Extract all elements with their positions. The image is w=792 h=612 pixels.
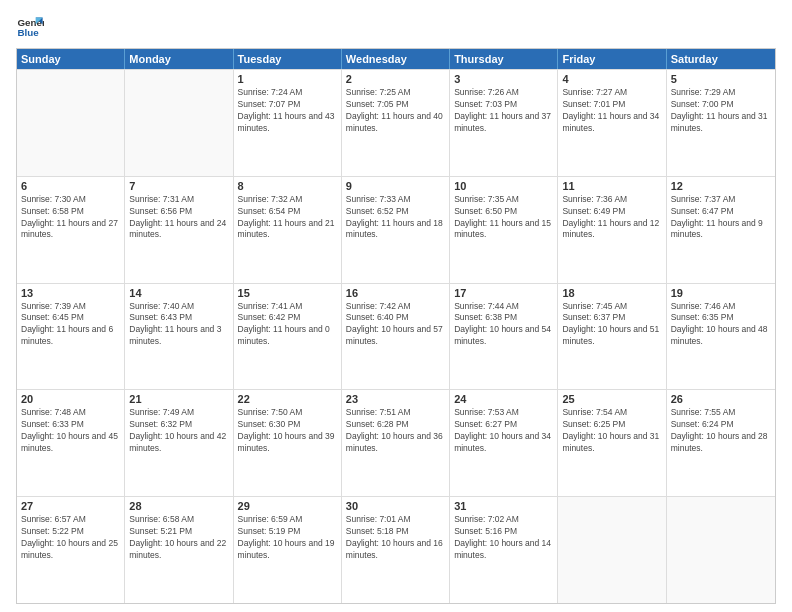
- day-info: Sunrise: 7:01 AM Sunset: 5:18 PM Dayligh…: [346, 514, 445, 562]
- day-info: Sunrise: 7:25 AM Sunset: 7:05 PM Dayligh…: [346, 87, 445, 135]
- day-number: 28: [129, 500, 228, 512]
- svg-text:Blue: Blue: [17, 27, 39, 38]
- day-info: Sunrise: 7:46 AM Sunset: 6:35 PM Dayligh…: [671, 301, 771, 349]
- calendar-cell: 22Sunrise: 7:50 AM Sunset: 6:30 PM Dayli…: [234, 390, 342, 496]
- header-cell-saturday: Saturday: [667, 49, 775, 69]
- calendar-cell: 29Sunrise: 6:59 AM Sunset: 5:19 PM Dayli…: [234, 497, 342, 603]
- calendar-cell: 9Sunrise: 7:33 AM Sunset: 6:52 PM Daylig…: [342, 177, 450, 283]
- day-info: Sunrise: 7:35 AM Sunset: 6:50 PM Dayligh…: [454, 194, 553, 242]
- calendar-row-1: 1Sunrise: 7:24 AM Sunset: 7:07 PM Daylig…: [17, 69, 775, 176]
- day-info: Sunrise: 7:02 AM Sunset: 5:16 PM Dayligh…: [454, 514, 553, 562]
- calendar-row-4: 20Sunrise: 7:48 AM Sunset: 6:33 PM Dayli…: [17, 389, 775, 496]
- day-number: 21: [129, 393, 228, 405]
- day-info: Sunrise: 7:29 AM Sunset: 7:00 PM Dayligh…: [671, 87, 771, 135]
- calendar-cell: [17, 70, 125, 176]
- day-info: Sunrise: 6:58 AM Sunset: 5:21 PM Dayligh…: [129, 514, 228, 562]
- day-info: Sunrise: 7:24 AM Sunset: 7:07 PM Dayligh…: [238, 87, 337, 135]
- day-info: Sunrise: 7:53 AM Sunset: 6:27 PM Dayligh…: [454, 407, 553, 455]
- calendar-row-3: 13Sunrise: 7:39 AM Sunset: 6:45 PM Dayli…: [17, 283, 775, 390]
- day-number: 20: [21, 393, 120, 405]
- day-info: Sunrise: 7:44 AM Sunset: 6:38 PM Dayligh…: [454, 301, 553, 349]
- calendar-cell: 2Sunrise: 7:25 AM Sunset: 7:05 PM Daylig…: [342, 70, 450, 176]
- calendar-cell: 5Sunrise: 7:29 AM Sunset: 7:00 PM Daylig…: [667, 70, 775, 176]
- calendar-cell: [558, 497, 666, 603]
- calendar-cell: 11Sunrise: 7:36 AM Sunset: 6:49 PM Dayli…: [558, 177, 666, 283]
- day-info: Sunrise: 7:40 AM Sunset: 6:43 PM Dayligh…: [129, 301, 228, 349]
- day-number: 23: [346, 393, 445, 405]
- calendar-cell: 26Sunrise: 7:55 AM Sunset: 6:24 PM Dayli…: [667, 390, 775, 496]
- calendar-cell: 14Sunrise: 7:40 AM Sunset: 6:43 PM Dayli…: [125, 284, 233, 390]
- day-info: Sunrise: 7:33 AM Sunset: 6:52 PM Dayligh…: [346, 194, 445, 242]
- calendar-cell: 10Sunrise: 7:35 AM Sunset: 6:50 PM Dayli…: [450, 177, 558, 283]
- day-info: Sunrise: 7:26 AM Sunset: 7:03 PM Dayligh…: [454, 87, 553, 135]
- day-number: 2: [346, 73, 445, 85]
- day-number: 14: [129, 287, 228, 299]
- day-number: 12: [671, 180, 771, 192]
- calendar-cell: 20Sunrise: 7:48 AM Sunset: 6:33 PM Dayli…: [17, 390, 125, 496]
- day-info: Sunrise: 7:31 AM Sunset: 6:56 PM Dayligh…: [129, 194, 228, 242]
- calendar-cell: 25Sunrise: 7:54 AM Sunset: 6:25 PM Dayli…: [558, 390, 666, 496]
- day-number: 3: [454, 73, 553, 85]
- calendar-cell: 21Sunrise: 7:49 AM Sunset: 6:32 PM Dayli…: [125, 390, 233, 496]
- calendar-cell: 3Sunrise: 7:26 AM Sunset: 7:03 PM Daylig…: [450, 70, 558, 176]
- day-number: 25: [562, 393, 661, 405]
- calendar-cell: 23Sunrise: 7:51 AM Sunset: 6:28 PM Dayli…: [342, 390, 450, 496]
- day-number: 6: [21, 180, 120, 192]
- calendar-cell: 16Sunrise: 7:42 AM Sunset: 6:40 PM Dayli…: [342, 284, 450, 390]
- calendar-header: SundayMondayTuesdayWednesdayThursdayFrid…: [17, 49, 775, 69]
- calendar-cell: 31Sunrise: 7:02 AM Sunset: 5:16 PM Dayli…: [450, 497, 558, 603]
- calendar-cell: 19Sunrise: 7:46 AM Sunset: 6:35 PM Dayli…: [667, 284, 775, 390]
- header-cell-sunday: Sunday: [17, 49, 125, 69]
- calendar-cell: 15Sunrise: 7:41 AM Sunset: 6:42 PM Dayli…: [234, 284, 342, 390]
- day-info: Sunrise: 7:48 AM Sunset: 6:33 PM Dayligh…: [21, 407, 120, 455]
- day-info: Sunrise: 7:39 AM Sunset: 6:45 PM Dayligh…: [21, 301, 120, 349]
- day-info: Sunrise: 7:49 AM Sunset: 6:32 PM Dayligh…: [129, 407, 228, 455]
- day-info: Sunrise: 7:55 AM Sunset: 6:24 PM Dayligh…: [671, 407, 771, 455]
- calendar-cell: 6Sunrise: 7:30 AM Sunset: 6:58 PM Daylig…: [17, 177, 125, 283]
- day-number: 11: [562, 180, 661, 192]
- header-cell-wednesday: Wednesday: [342, 49, 450, 69]
- day-number: 19: [671, 287, 771, 299]
- calendar-cell: 27Sunrise: 6:57 AM Sunset: 5:22 PM Dayli…: [17, 497, 125, 603]
- day-info: Sunrise: 7:54 AM Sunset: 6:25 PM Dayligh…: [562, 407, 661, 455]
- day-number: 10: [454, 180, 553, 192]
- day-info: Sunrise: 7:42 AM Sunset: 6:40 PM Dayligh…: [346, 301, 445, 349]
- day-info: Sunrise: 6:57 AM Sunset: 5:22 PM Dayligh…: [21, 514, 120, 562]
- day-number: 13: [21, 287, 120, 299]
- day-info: Sunrise: 7:51 AM Sunset: 6:28 PM Dayligh…: [346, 407, 445, 455]
- day-number: 30: [346, 500, 445, 512]
- day-number: 16: [346, 287, 445, 299]
- calendar-row-2: 6Sunrise: 7:30 AM Sunset: 6:58 PM Daylig…: [17, 176, 775, 283]
- day-number: 7: [129, 180, 228, 192]
- day-info: Sunrise: 7:32 AM Sunset: 6:54 PM Dayligh…: [238, 194, 337, 242]
- day-info: Sunrise: 6:59 AM Sunset: 5:19 PM Dayligh…: [238, 514, 337, 562]
- day-number: 15: [238, 287, 337, 299]
- day-number: 4: [562, 73, 661, 85]
- day-number: 5: [671, 73, 771, 85]
- calendar-cell: 8Sunrise: 7:32 AM Sunset: 6:54 PM Daylig…: [234, 177, 342, 283]
- day-info: Sunrise: 7:45 AM Sunset: 6:37 PM Dayligh…: [562, 301, 661, 349]
- day-number: 1: [238, 73, 337, 85]
- calendar-body: 1Sunrise: 7:24 AM Sunset: 7:07 PM Daylig…: [17, 69, 775, 603]
- day-number: 31: [454, 500, 553, 512]
- day-info: Sunrise: 7:37 AM Sunset: 6:47 PM Dayligh…: [671, 194, 771, 242]
- day-number: 9: [346, 180, 445, 192]
- header-cell-thursday: Thursday: [450, 49, 558, 69]
- calendar-cell: [667, 497, 775, 603]
- day-number: 8: [238, 180, 337, 192]
- calendar-cell: [125, 70, 233, 176]
- general-blue-logo: General Blue: [16, 12, 44, 40]
- calendar-row-5: 27Sunrise: 6:57 AM Sunset: 5:22 PM Dayli…: [17, 496, 775, 603]
- day-number: 17: [454, 287, 553, 299]
- day-number: 24: [454, 393, 553, 405]
- day-number: 27: [21, 500, 120, 512]
- calendar-cell: 28Sunrise: 6:58 AM Sunset: 5:21 PM Dayli…: [125, 497, 233, 603]
- day-number: 26: [671, 393, 771, 405]
- day-info: Sunrise: 7:41 AM Sunset: 6:42 PM Dayligh…: [238, 301, 337, 349]
- day-number: 18: [562, 287, 661, 299]
- day-info: Sunrise: 7:50 AM Sunset: 6:30 PM Dayligh…: [238, 407, 337, 455]
- header-cell-friday: Friday: [558, 49, 666, 69]
- calendar-cell: 24Sunrise: 7:53 AM Sunset: 6:27 PM Dayli…: [450, 390, 558, 496]
- calendar-cell: 4Sunrise: 7:27 AM Sunset: 7:01 PM Daylig…: [558, 70, 666, 176]
- calendar-cell: 30Sunrise: 7:01 AM Sunset: 5:18 PM Dayli…: [342, 497, 450, 603]
